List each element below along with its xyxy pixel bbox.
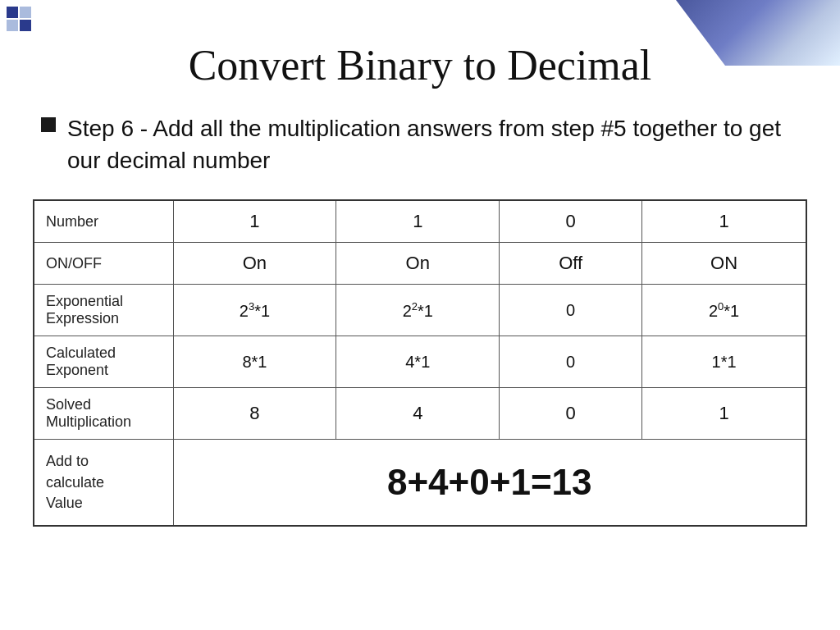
- cell-exp-2: 0: [500, 285, 642, 336]
- cell-exp-3: 20*1: [642, 285, 806, 336]
- bullet-icon: [41, 117, 56, 132]
- cell-solved-2: 0: [500, 388, 642, 440]
- cell-onoff-3: ON: [642, 243, 806, 285]
- cell-calc-2: 0: [500, 336, 642, 388]
- cell-calc-1: 4*1: [336, 336, 500, 388]
- cell-onoff-1: On: [336, 243, 500, 285]
- row-label-number: Number: [34, 200, 173, 243]
- cell-calc-3: 1*1: [642, 336, 806, 388]
- table-row-calculated: CalculatedExponent 8*1 4*1 0 1*1: [34, 336, 806, 388]
- table-row-solved: SolvedMultiplication 8 4 0 1: [34, 388, 806, 440]
- table-row-number: Number 1 1 0 1: [34, 200, 806, 243]
- row-label-onoff: ON/OFF: [34, 243, 173, 285]
- cell-onoff-2: Off: [500, 243, 642, 285]
- cell-number-2: 0: [500, 200, 642, 243]
- table-row-exponential: ExponentialExpression 23*1 22*1 0 20*1: [34, 285, 806, 336]
- binary-table: Number 1 1 0 1 ON/OFF On On Off ON Expon…: [33, 199, 807, 527]
- cell-solved-1: 4: [336, 388, 500, 440]
- cell-exp-0: 23*1: [173, 285, 336, 336]
- cell-number-3: 1: [642, 200, 806, 243]
- cell-onoff-0: On: [173, 243, 336, 285]
- table-row-add: Add tocalculateValue 8+4+0+1=13: [34, 440, 806, 526]
- cell-solved-0: 8: [173, 388, 336, 440]
- cell-solved-3: 1: [642, 388, 806, 440]
- cell-calc-0: 8*1: [173, 336, 336, 388]
- row-label-add: Add tocalculateValue: [34, 440, 173, 526]
- cell-exp-1: 22*1: [336, 285, 500, 336]
- row-label-exponential: ExponentialExpression: [34, 285, 173, 336]
- bullet-text: Step 6 - Add all the multiplication answ…: [67, 112, 807, 176]
- row-label-calculated: CalculatedExponent: [34, 336, 173, 388]
- add-formula: 8+4+0+1=13: [185, 462, 795, 503]
- page-title: Convert Binary to Decimal: [33, 41, 807, 89]
- cell-number-0: 1: [173, 200, 336, 243]
- cell-formula: 8+4+0+1=13: [173, 440, 806, 526]
- row-label-solved: SolvedMultiplication: [34, 388, 173, 440]
- bullet-section: Step 6 - Add all the multiplication answ…: [33, 112, 807, 176]
- cell-number-1: 1: [336, 200, 500, 243]
- table-row-onoff: ON/OFF On On Off ON: [34, 243, 806, 285]
